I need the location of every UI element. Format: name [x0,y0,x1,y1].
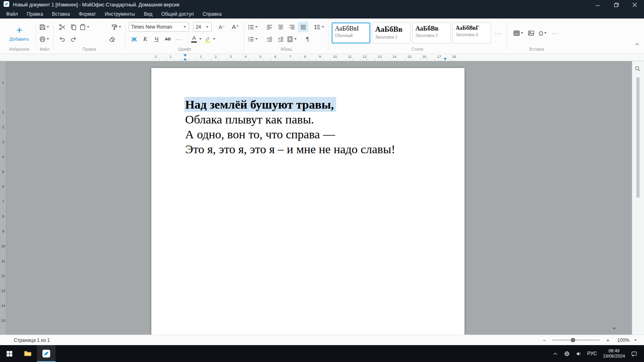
ruler-number: 1 [0,110,6,114]
notification-button[interactable] [628,345,640,362]
chevron-down-icon [47,26,49,28]
numbered-list-button[interactable]: 123 [248,34,258,44]
first-line-indent-marker[interactable] [184,54,187,57]
volume-button[interactable] [573,345,584,362]
ruler-number: 13 [378,55,382,59]
decrease-font-button[interactable]: А⁻ [217,22,227,32]
save-button[interactable] [39,22,50,32]
ruler-number: 5 [259,55,261,59]
zoom-out-button[interactable]: − [541,337,548,343]
menu-item-edit[interactable]: Правка [23,10,48,19]
font-family-select[interactable]: Times New Roman [129,22,189,32]
highlight-color-button[interactable] [203,34,216,44]
ruler-number: 12 [0,274,6,278]
styles-more-button[interactable]: ··· [493,28,503,38]
cut-button[interactable] [57,22,67,32]
document-page[interactable]: Над землёй бушуют травы, Облака плывут к… [151,68,464,335]
search-button[interactable] [633,64,642,73]
scroll-down-button[interactable] [609,323,619,333]
chevron-up-icon [634,41,640,47]
menu-item-view[interactable]: Вид [139,10,157,19]
document-line[interactable]: Облака плывут как павы. [185,112,447,127]
ruler-number: 4 [244,55,246,59]
document-line[interactable]: Над землёй бушуют травы, [185,97,447,112]
file-explorer-button[interactable] [19,345,37,362]
ruler-number: 10 [333,55,337,59]
decrease-indent-button[interactable] [264,34,275,44]
font-size-select[interactable]: 24 [193,22,212,32]
style-heading2[interactable]: АаБбВв Заголовок 2 [412,23,451,43]
insert-symbol-button[interactable]: Ω [538,28,548,38]
close-button[interactable] [625,0,644,10]
menu-item-share[interactable]: Общий доступ [157,10,198,19]
undo-button[interactable] [57,34,67,44]
align-center-button[interactable] [275,22,286,32]
clear-formatting-button[interactable] [107,34,117,44]
add-favorite-button[interactable]: + Добавить [6,25,32,41]
style-heading3[interactable]: АаБбВвГ Заголовок 3 [452,23,491,43]
redo-button[interactable] [68,34,78,44]
myoffice-taskbar-button[interactable] [37,345,56,362]
menu-item-tools[interactable]: Инструменты [100,10,139,19]
toolbar-collapse-button[interactable] [634,41,640,49]
page-margins-button[interactable] [287,34,297,44]
tray-expand-button[interactable] [549,345,561,362]
clock[interactable]: 08:49 19/06/2024 [600,348,628,359]
show-formatting-button[interactable]: ¶ [302,34,313,44]
ruler-number: 2 [0,125,6,129]
copy-icon [70,24,77,31]
copy-button[interactable] [68,22,78,32]
line-spacing-button[interactable] [314,22,325,32]
document-line[interactable]: Это я, это я, это я – и мне не надо слав… [185,142,447,156]
increase-indent-button[interactable] [275,34,286,44]
document-text[interactable]: Над землёй бушуют травы, Облака плывут к… [151,68,464,156]
menu-item-insert[interactable]: Вставка [47,10,74,19]
print-button[interactable] [39,34,50,44]
insert-more-button[interactable]: ··· [550,28,560,38]
right-indent-marker[interactable] [444,58,447,60]
ruler-number: 8 [304,55,306,59]
increase-font-button[interactable]: А⁺ [230,22,241,32]
minimize-button[interactable] [588,0,607,10]
justify-button[interactable] [298,22,308,32]
bullet-list-button[interactable] [248,22,258,32]
style-normal[interactable]: АаБбВвІ Обычный [332,23,370,43]
zoom-in-button[interactable]: + [604,337,611,343]
system-tray: РУС 08:49 19/06/2024 [549,345,644,362]
highlight-color-swatch [205,41,211,43]
style-heading1[interactable]: АаБбВв Заголовок 1 [372,23,411,43]
insert-image-button[interactable] [526,28,536,38]
left-indent-marker[interactable] [184,58,187,60]
svg-text:3: 3 [248,39,249,42]
window-controls [588,0,644,10]
ruler-number: 12 [363,55,367,59]
document-line[interactable]: А одно, вон то, что справа — [185,127,447,142]
ruler-number: 10 [0,244,6,248]
network-button[interactable] [561,345,573,362]
language-indicator[interactable]: РУС [584,345,600,362]
align-left-button[interactable] [264,22,275,32]
menu-item-file[interactable]: Файл [2,10,23,19]
restore-button[interactable] [607,0,625,10]
format-painter-button[interactable] [111,22,122,32]
scissors-icon [59,24,66,31]
selected-text: Над землёй бушуют травы, [184,97,336,112]
vertical-scrollbar[interactable] [636,77,640,198]
font-more-button[interactable]: ··· [174,34,184,44]
paste-button[interactable] [79,22,90,32]
menu-item-help[interactable]: Справка [198,10,226,19]
align-right-button[interactable] [287,22,297,32]
chevron-down-icon[interactable] [634,339,637,341]
italic-button[interactable]: К [140,34,151,44]
zoom-slider[interactable] [552,339,600,341]
strikethrough-button[interactable]: АВ [163,34,173,44]
bold-button[interactable]: Ж [129,34,139,44]
underline-button[interactable]: Ч [151,34,162,44]
zoom-slider-thumb[interactable] [571,338,575,342]
insert-table-button[interactable] [513,28,524,38]
menu-item-format[interactable]: Формат [74,10,101,19]
start-button[interactable] [0,345,19,362]
plus-icon: + [16,25,22,35]
chevron-down-icon [87,26,89,28]
text-color-button[interactable]: А [190,34,202,44]
